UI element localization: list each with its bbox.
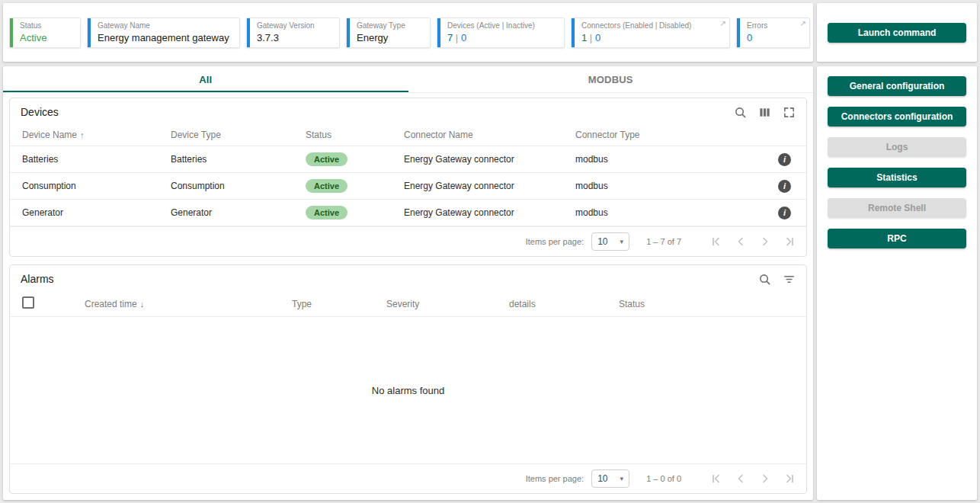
main-column: Status Active Gateway Name Energy manage… bbox=[3, 3, 813, 500]
connector-tabs: All MODBUS bbox=[3, 66, 813, 93]
column-header-created-time[interactable]: Created time↓ bbox=[80, 291, 287, 317]
alarms-paginator: Items per page: 10 ▾ 1 – 0 of 0 bbox=[10, 463, 806, 493]
statistics-button[interactable]: Statistics bbox=[828, 168, 966, 187]
devices-title: Devices bbox=[21, 106, 59, 118]
first-page-icon[interactable] bbox=[707, 469, 725, 488]
stat-card-gateway-name: Gateway Name Energy management gateway bbox=[87, 18, 240, 48]
connector-type-cell: modbus bbox=[571, 200, 759, 226]
device-type-cell: Batteries bbox=[166, 146, 301, 173]
fullscreen-icon[interactable] bbox=[782, 105, 796, 119]
stats-strip: Status Active Gateway Name Energy manage… bbox=[3, 3, 813, 62]
stat-card-status: Status Active bbox=[9, 18, 81, 48]
device-name-cell: Generator bbox=[10, 200, 166, 226]
alarms-title: Alarms bbox=[21, 273, 54, 285]
columns-icon[interactable] bbox=[757, 105, 771, 119]
stat-accent-bar bbox=[737, 18, 740, 47]
remote-shell-button[interactable]: Remote Shell bbox=[828, 198, 966, 218]
info-icon[interactable]: i bbox=[778, 153, 791, 166]
devices-active-count: 7 bbox=[447, 32, 453, 43]
open-in-new-icon[interactable]: ↗ bbox=[800, 20, 806, 27]
info-icon[interactable]: i bbox=[778, 180, 791, 193]
next-page-icon[interactable] bbox=[756, 232, 774, 251]
stat-card-gateway-type: Gateway Type Energy bbox=[346, 18, 431, 48]
value-separator: | bbox=[590, 32, 592, 43]
column-header-connector-type[interactable]: Connector Type bbox=[571, 124, 759, 146]
column-header-device-name[interactable]: Device Name↑ bbox=[10, 124, 166, 146]
column-header-status[interactable]: Status bbox=[301, 124, 399, 146]
column-header-severity[interactable]: Severity bbox=[382, 291, 504, 317]
devices-panel-header: Devices bbox=[10, 98, 806, 124]
table-row[interactable]: Generator Generator Active Energy Gatewa… bbox=[10, 200, 806, 226]
stat-value-gateway-type: Energy bbox=[357, 32, 424, 43]
stat-card-gateway-version: Gateway Version 3.7.3 bbox=[246, 18, 340, 48]
stat-label: Devices (Active | Inactive) bbox=[447, 21, 558, 30]
stat-card-errors: ↗ Errors 0 bbox=[736, 18, 810, 48]
main-panel: All MODBUS Devices bbox=[3, 66, 813, 500]
chevron-down-icon: ▾ bbox=[620, 238, 624, 245]
page-range-label: 1 – 7 of 7 bbox=[646, 237, 681, 246]
filter-icon[interactable] bbox=[782, 272, 796, 286]
stat-accent-bar bbox=[10, 18, 13, 47]
search-icon[interactable] bbox=[757, 272, 771, 286]
connector-type-cell: modbus bbox=[571, 146, 759, 173]
rpc-button[interactable]: RPC bbox=[828, 229, 966, 248]
stat-value-gateway-name: Energy management gateway bbox=[98, 32, 233, 43]
column-header-connector-name[interactable]: Connector Name bbox=[399, 124, 571, 146]
stat-label: Errors bbox=[747, 21, 803, 30]
no-alarms-text: No alarms found bbox=[372, 385, 444, 396]
stat-card-connectors: ↗ Connectors (Enabled | Disabled) 1 | 0 bbox=[571, 18, 730, 48]
general-configuration-button[interactable]: General configuration bbox=[828, 76, 966, 96]
column-header-actions bbox=[759, 124, 806, 146]
devices-panel: Devices bbox=[9, 98, 807, 257]
items-per-page-select[interactable]: 10 ▾ bbox=[591, 469, 629, 488]
stat-value-devices: 7 | 0 bbox=[447, 32, 558, 43]
search-icon[interactable] bbox=[733, 105, 747, 119]
connectors-disabled-count: 0 bbox=[595, 32, 600, 43]
chevron-down-icon: ▾ bbox=[620, 475, 624, 482]
device-name-cell: Consumption bbox=[10, 173, 166, 200]
previous-page-icon[interactable] bbox=[732, 469, 750, 488]
tab-all[interactable]: All bbox=[3, 66, 408, 92]
tab-modbus[interactable]: MODBUS bbox=[408, 66, 814, 92]
device-type-cell: Consumption bbox=[166, 173, 301, 200]
status-badge: Active bbox=[306, 152, 347, 166]
previous-page-icon[interactable] bbox=[732, 232, 750, 251]
stat-value-gateway-version: 3.7.3 bbox=[257, 32, 333, 43]
table-row[interactable]: Batteries Batteries Active Energy Gatewa… bbox=[10, 146, 806, 173]
first-page-icon[interactable] bbox=[707, 232, 725, 251]
sort-desc-icon: ↓ bbox=[140, 300, 145, 309]
items-per-page-label: Items per page: bbox=[526, 237, 584, 246]
alarms-table: Created time↓ Type Severity details Stat… bbox=[10, 291, 806, 317]
table-row[interactable]: Consumption Consumption Active Energy Ga… bbox=[10, 173, 806, 200]
column-header-device-type[interactable]: Device Type bbox=[166, 124, 301, 146]
alarms-toolbar bbox=[757, 272, 796, 286]
alarms-empty-state: No alarms found bbox=[10, 317, 806, 463]
next-page-icon[interactable] bbox=[756, 469, 774, 488]
alarms-panel: Alarms bbox=[9, 264, 807, 494]
items-per-page-value: 10 bbox=[597, 236, 607, 247]
actions-column: Launch command General configuration Con… bbox=[817, 3, 977, 500]
logs-button[interactable]: Logs bbox=[828, 137, 966, 157]
connectors-configuration-button[interactable]: Connectors configuration bbox=[828, 107, 966, 127]
stat-accent-bar bbox=[572, 18, 575, 47]
devices-paginator: Items per page: 10 ▾ 1 – 7 of 7 bbox=[10, 226, 806, 256]
connector-name-cell: Energy Gateway connector bbox=[399, 173, 571, 200]
info-icon[interactable]: i bbox=[778, 207, 791, 219]
column-header-details[interactable]: details bbox=[504, 291, 614, 317]
stat-value-connectors: 1 | 0 bbox=[581, 32, 723, 43]
devices-table-header-row: Device Name↑ Device Type Status Connecto… bbox=[10, 124, 806, 146]
column-header-type[interactable]: Type bbox=[287, 291, 382, 317]
open-in-new-icon[interactable]: ↗ bbox=[720, 20, 726, 27]
launch-command-button[interactable]: Launch command bbox=[828, 23, 966, 43]
last-page-icon[interactable] bbox=[780, 232, 799, 251]
items-per-page-select[interactable]: 10 ▾ bbox=[591, 232, 629, 251]
connector-type-cell: modbus bbox=[571, 173, 759, 200]
stat-label: Gateway Version bbox=[257, 21, 333, 30]
select-all-checkbox[interactable] bbox=[22, 296, 34, 309]
last-page-icon[interactable] bbox=[780, 469, 799, 488]
device-type-cell: Generator bbox=[166, 200, 301, 226]
stat-accent-bar bbox=[247, 18, 250, 47]
stat-label: Status bbox=[20, 21, 74, 30]
stat-value-status: Active bbox=[20, 32, 74, 43]
column-header-status[interactable]: Status bbox=[614, 291, 806, 317]
